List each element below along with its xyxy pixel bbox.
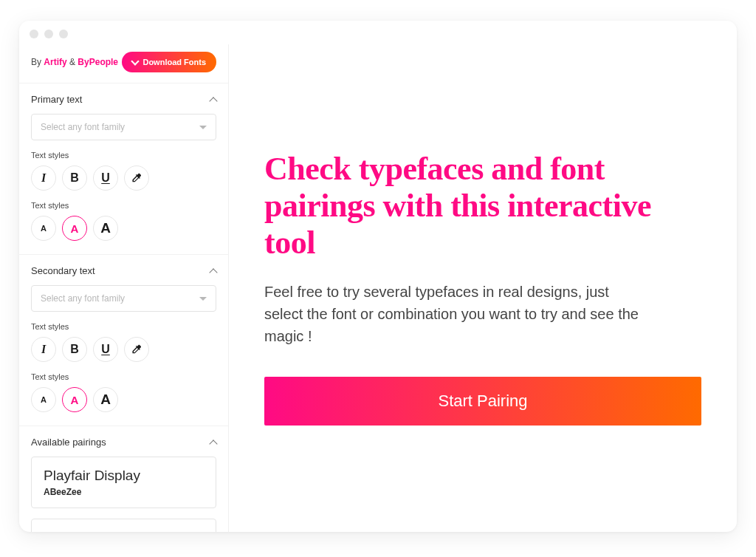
size-medium-button[interactable]: A xyxy=(62,216,87,241)
pairing-card[interactable]: Playfair Display ABeeZee xyxy=(31,457,216,508)
bold-glyph: B xyxy=(70,171,79,185)
dropdown-triangle-icon xyxy=(199,126,207,129)
section-available-pairings: Available pairings Playfair Display ABee… xyxy=(19,426,228,532)
download-fonts-button[interactable]: Download Fonts xyxy=(122,52,216,72)
by-line: By Artify & ByPeople xyxy=(31,57,118,67)
size-small-glyph: A xyxy=(41,395,47,404)
sidebar: By Artify & ByPeople Download Fonts Prim… xyxy=(19,44,229,532)
size-medium-button[interactable]: A xyxy=(62,387,87,412)
bold-glyph: B xyxy=(70,343,79,356)
size-large-glyph: A xyxy=(100,392,111,408)
eyedropper-icon xyxy=(131,172,142,184)
underline-button[interactable]: U xyxy=(93,165,118,191)
secondary-font-select[interactable]: Select any font family xyxy=(31,285,216,312)
color-picker-button[interactable] xyxy=(124,337,149,362)
sidebar-scroll[interactable]: Primary text Select any font family Text… xyxy=(19,83,228,532)
pairing-secondary-font: ABeeZee xyxy=(44,487,204,497)
dropdown-triangle-icon xyxy=(199,297,207,301)
pairing-primary-font: Playfair Display xyxy=(44,468,204,484)
section-primary-text: Primary text Select any font family Text… xyxy=(19,83,228,255)
window-close-dot[interactable] xyxy=(30,30,38,38)
window-min-dot[interactable] xyxy=(44,30,53,38)
size-large-button[interactable]: A xyxy=(93,216,118,241)
secondary-style-row: I B U xyxy=(31,337,216,362)
section-title: Primary text xyxy=(31,94,82,105)
eyedropper-icon xyxy=(131,344,142,355)
start-pairing-button[interactable]: Start Pairing xyxy=(264,377,701,426)
select-placeholder: Select any font family xyxy=(41,293,125,304)
underline-button[interactable]: U xyxy=(93,337,118,362)
primary-size-row: A A A xyxy=(31,216,216,241)
section-head-pairings[interactable]: Available pairings xyxy=(31,437,216,448)
secondary-size-row: A A A xyxy=(31,387,216,412)
section-head-secondary[interactable]: Secondary text xyxy=(31,265,216,276)
select-placeholder: Select any font family xyxy=(41,122,125,132)
text-sizes-label: Text styles xyxy=(31,372,216,381)
text-styles-label: Text styles xyxy=(31,151,216,160)
italic-button[interactable]: I xyxy=(31,165,56,191)
amp: & xyxy=(67,57,78,67)
download-fonts-label: Download Fonts xyxy=(142,58,206,66)
brand-bypeople[interactable]: ByPeople xyxy=(78,57,118,67)
size-large-button[interactable]: A xyxy=(93,387,118,412)
size-small-button[interactable]: A xyxy=(31,216,56,241)
window-max-dot[interactable] xyxy=(59,30,68,38)
text-styles-label: Text styles xyxy=(31,322,216,331)
section-secondary-text: Secondary text Select any font family Te… xyxy=(19,255,228,426)
section-title: Secondary text xyxy=(31,265,95,276)
section-title: Available pairings xyxy=(31,437,106,448)
headline: Check typefaces and font pairings with t… xyxy=(264,151,701,262)
underline-glyph: U xyxy=(101,171,110,185)
chevron-down-icon xyxy=(131,57,140,65)
bold-button[interactable]: B xyxy=(62,337,87,362)
primary-font-select[interactable]: Select any font family xyxy=(31,114,216,140)
main-canvas: Check typefaces and font pairings with t… xyxy=(229,44,737,532)
section-head-primary[interactable]: Primary text xyxy=(31,94,216,105)
pairing-primary-font: Quattrocento Sans xyxy=(44,530,204,532)
by-prefix: By xyxy=(31,57,44,67)
window-controls xyxy=(19,21,737,44)
size-small-glyph: A xyxy=(41,224,47,233)
sidebar-header: By Artify & ByPeople Download Fonts xyxy=(19,44,228,83)
size-large-glyph: A xyxy=(100,220,111,236)
caret-up-icon xyxy=(209,268,217,276)
italic-glyph: I xyxy=(41,171,46,185)
size-small-button[interactable]: A xyxy=(31,387,56,412)
size-medium-glyph: A xyxy=(71,394,79,406)
size-medium-glyph: A xyxy=(71,222,79,235)
caret-up-icon xyxy=(209,97,217,105)
italic-glyph: I xyxy=(41,343,46,356)
subheadline: Feel free to try several typefaces in re… xyxy=(264,281,648,347)
primary-style-row: I B U xyxy=(31,165,216,191)
text-sizes-label: Text styles xyxy=(31,201,216,210)
bold-button[interactable]: B xyxy=(62,165,87,191)
pairing-card[interactable]: Quattrocento Sans xyxy=(31,519,216,532)
italic-button[interactable]: I xyxy=(31,337,56,362)
cta-label: Start Pairing xyxy=(438,392,527,410)
underline-glyph: U xyxy=(101,343,110,356)
color-picker-button[interactable] xyxy=(124,165,149,191)
brand-artify[interactable]: Artify xyxy=(44,57,66,67)
caret-up-icon xyxy=(209,440,217,448)
app-window: By Artify & ByPeople Download Fonts Prim… xyxy=(19,21,737,532)
